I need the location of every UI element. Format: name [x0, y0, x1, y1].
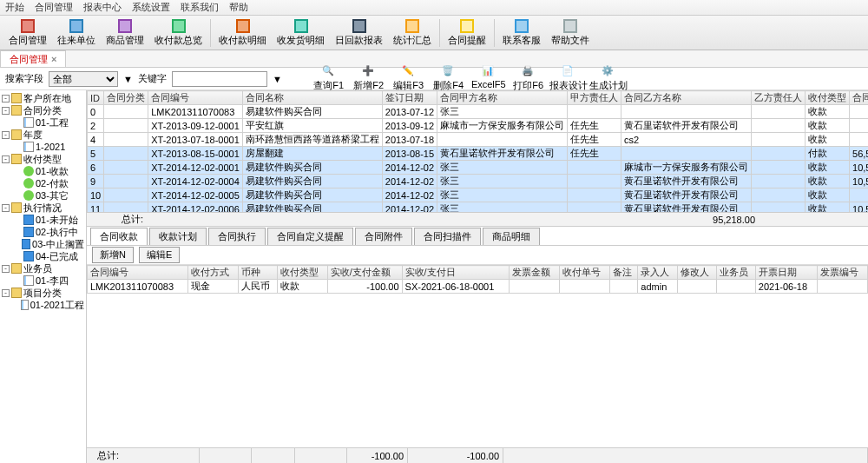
svg-rect-13: [354, 21, 365, 31]
table-row[interactable]: 6XT-2014-12-02-0001易建软件购买合同2014-12-02张三麻…: [88, 161, 869, 175]
dropdown-icon[interactable]: ▼: [123, 74, 133, 84]
svg-rect-1: [23, 21, 33, 31]
keyword-input[interactable]: [172, 71, 267, 87]
tree-node[interactable]: -客户所在地: [2, 92, 84, 104]
detail-grid[interactable]: 合同编号收付方式币种收付类型实收/支付金额实收/支付日发票金额收付单号备注录入人…: [87, 265, 868, 326]
toolbar-合同提醒[interactable]: 合同提醒: [443, 17, 491, 50]
table-row[interactable]: 9XT-2014-12-02-0004易建软件购买合同2014-12-02张三黄…: [88, 175, 869, 189]
col-header[interactable]: 签订日期: [382, 91, 437, 105]
action-删除F4[interactable]: 🗑️删除F4: [430, 65, 468, 92]
tree-node[interactable]: 01-收款: [2, 165, 84, 177]
search-bar: 搜索字段 全部 ▼ 关键字 ▼ 🔍查询F1➕新增F2✏️编辑F3🗑️删除F4📊E…: [0, 68, 868, 90]
keyword-label: 关键字: [138, 72, 167, 85]
menu-系统设置[interactable]: 系统设置: [132, 1, 170, 14]
tree-node[interactable]: 03-其它: [2, 189, 84, 202]
tree-node[interactable]: 01-2021工程: [2, 299, 84, 311]
col-header[interactable]: 合同名称: [242, 91, 382, 105]
toolbar-统计汇总[interactable]: 统计汇总: [388, 17, 437, 50]
toolbar-收发货明细[interactable]: 收发货明细: [272, 17, 330, 50]
action-ExcelF5[interactable]: 📊ExcelF5: [470, 65, 508, 92]
footer-summary: 总计: -100.00 -100.00: [87, 447, 868, 463]
action-打印F6[interactable]: 🖨️打印F6: [510, 65, 548, 92]
table-row[interactable]: 2XT-2013-09-12-0001平安红旗2013-09-12麻城市一方保安…: [88, 119, 869, 133]
tree-node[interactable]: -执行情况: [2, 202, 84, 214]
svg-rect-17: [462, 21, 472, 31]
action-生成计划[interactable]: ⚙️生成计划: [589, 65, 628, 92]
col-header[interactable]: 合同分类: [104, 91, 148, 105]
sum-label: 总计:: [122, 213, 143, 226]
tree-node[interactable]: 04-已完成: [2, 250, 84, 262]
subtab-5[interactable]: 合同扫描件: [414, 228, 481, 245]
new-button[interactable]: 新增N: [92, 247, 134, 263]
svg-rect-7: [174, 21, 184, 31]
action-查询F1[interactable]: 🔍查询F1: [310, 65, 348, 92]
toolbar-往来单位[interactable]: 往来单位: [52, 17, 101, 50]
dropdown-icon[interactable]: ▼: [273, 74, 282, 84]
subtab-2[interactable]: 合同执行: [208, 228, 266, 245]
tab-contract[interactable]: 合同管理 ×: [0, 50, 66, 67]
col-header[interactable]: ID: [88, 91, 104, 105]
col-header[interactable]: 合同甲方名称: [437, 91, 568, 105]
menubar: 开始合同管理报表中心系统设置联系我们帮助: [0, 0, 868, 16]
edit-button[interactable]: 编辑E: [139, 247, 180, 263]
search-field-select[interactable]: 全部: [49, 71, 118, 87]
action-报表设计[interactable]: 📄报表设计: [549, 65, 588, 92]
tree-node[interactable]: 01-工程: [2, 116, 84, 129]
subtab-4[interactable]: 合同附件: [355, 228, 412, 245]
col-header[interactable]: 合同乙方名称: [621, 91, 752, 105]
tree-node[interactable]: 02-付款: [2, 177, 84, 189]
toolbar-联系客服[interactable]: 联系客服: [497, 17, 546, 50]
tree-node[interactable]: -业务员: [2, 262, 84, 274]
svg-rect-11: [296, 21, 306, 31]
toolbar-日回款报表[interactable]: 日回款报表: [330, 17, 388, 50]
menu-开始[interactable]: 开始: [5, 1, 24, 14]
toolbar-收付款总览[interactable]: 收付款总览: [149, 17, 207, 50]
svg-rect-19: [516, 21, 527, 31]
col-header[interactable]: 合同编号: [148, 91, 243, 105]
menu-帮助[interactable]: 帮助: [229, 1, 248, 14]
tree-node[interactable]: 01-未开始: [2, 214, 84, 226]
subtab-0[interactable]: 合同收款: [90, 228, 148, 245]
col-header[interactable]: 收付类型: [806, 91, 850, 105]
contract-grid[interactable]: ID合同分类合同编号合同名称签订日期合同甲方名称甲方责任人合同乙方名称乙方责任人…: [87, 90, 868, 213]
tree-node[interactable]: 02-执行中: [2, 226, 84, 238]
menu-合同管理[interactable]: 合同管理: [35, 1, 73, 14]
tree-node[interactable]: -年度: [2, 129, 84, 141]
tree-node[interactable]: -合同分类: [2, 104, 84, 116]
subtab-1[interactable]: 收款计划: [149, 228, 207, 245]
tab-label: 合同管理: [10, 53, 48, 66]
detail-tabs: 合同收款收款计划合同执行合同自定义提醒合同附件合同扫描件商品明细: [87, 227, 868, 246]
tree-node[interactable]: 1-2021: [2, 141, 84, 153]
table-row[interactable]: 4XT-2013-07-18-0001南环路慧恒西路等道路桥梁工程2013-07…: [88, 133, 869, 147]
main-toolbar: 合同管理往来单位商品管理收付款总览收付款明细收发货明细日回款报表统计汇总合同提醒…: [0, 16, 868, 50]
category-tree[interactable]: -客户所在地-合同分类01-工程-年度1-2021-收付类型01-收款02-付款…: [0, 90, 87, 463]
action-新增F2[interactable]: ➕新增F2: [350, 65, 388, 92]
toolbar-收付款明细[interactable]: 收付款明细: [214, 17, 272, 50]
menu-联系我们[interactable]: 联系我们: [181, 1, 219, 14]
detail-row[interactable]: LMK201311070083现金人民币收款-100.00SX-2021-06-…: [88, 280, 868, 294]
toolbar-商品管理[interactable]: 商品管理: [101, 17, 149, 50]
tree-node[interactable]: 03-中止搁置: [2, 238, 84, 250]
col-header[interactable]: 甲方责任人: [568, 91, 621, 105]
col-header[interactable]: 合同金额: [850, 91, 868, 105]
tree-node[interactable]: -项目分类: [2, 287, 84, 299]
tree-node[interactable]: -收付类型: [2, 153, 84, 165]
table-row[interactable]: 5XT-2013-08-15-0001房屋翻建2013-08-15黄石里诺软件开…: [88, 147, 869, 161]
close-icon[interactable]: ×: [51, 54, 56, 64]
action-编辑F3[interactable]: ✏️编辑F3: [390, 65, 428, 92]
table-row[interactable]: 10XT-2014-12-02-0005易建软件购买合同2014-12-02张三…: [88, 189, 869, 202]
subtab-6[interactable]: 商品明细: [483, 228, 540, 245]
toolbar-合同管理[interactable]: 合同管理: [3, 17, 52, 50]
col-header[interactable]: 乙方责任人: [752, 91, 806, 105]
subtab-3[interactable]: 合同自定义提醒: [267, 228, 353, 245]
table-row[interactable]: 11XT-2014-12-02-0006易建软件购买合同2014-12-02张三…: [88, 202, 869, 214]
svg-rect-3: [71, 21, 82, 31]
tree-node[interactable]: 01-李四: [2, 274, 84, 287]
detail-toolbar: 新增N 编辑E: [87, 246, 868, 265]
toolbar-帮助文件[interactable]: 帮助文件: [546, 17, 595, 50]
svg-rect-15: [407, 21, 418, 31]
sum-amount: 95,218.00: [713, 215, 755, 225]
table-row[interactable]: 0LMK201311070083易建软件购买合同2013-07-12张三收款2.…: [88, 105, 869, 119]
svg-rect-9: [238, 21, 248, 31]
menu-报表中心[interactable]: 报表中心: [83, 1, 122, 14]
